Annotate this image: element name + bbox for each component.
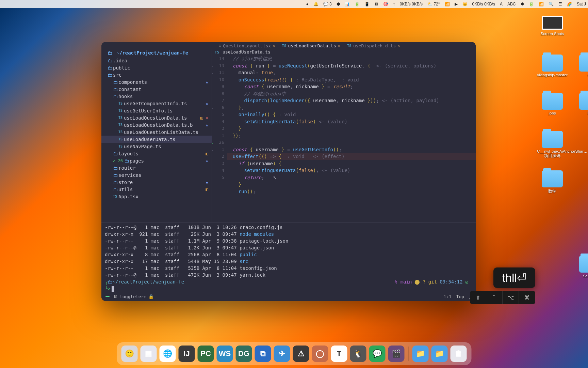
menubar-item[interactable]: ⬢ (337, 2, 340, 6)
menubar-item[interactable]: ↕ (393, 2, 395, 6)
menubar-item[interactable]: 🖥 (374, 2, 378, 6)
code-line[interactable]: setWaitingUserData(false); <- (value) (227, 167, 476, 174)
desktop-icon[interactable]: C__nwl_xiaoAiAnchorShar…项目源码 (537, 131, 568, 158)
desktop-icon[interactable]: jobs (537, 93, 568, 115)
tree-row[interactable]: TSuseNavPage.ts (101, 143, 212, 150)
dock-app[interactable]: DG (236, 346, 252, 362)
tree-row[interactable]: TSuseLoadUserData.ts (101, 136, 212, 143)
dock-app[interactable]: ✈ (274, 346, 290, 362)
editor-tab[interactable]: TSuseDispatch.d.ts✕ (347, 43, 400, 48)
tree-row[interactable]: 🗀layouts◧ (101, 150, 212, 157)
fold-icon[interactable]: ⌄ (212, 104, 213, 111)
menubar-item[interactable]: ABC (507, 2, 516, 6)
dock-app[interactable]: 📁 (412, 346, 429, 362)
terminal-panel[interactable]: -rw-r--r--@ 1 mac staff 101B Jun 3 10:26… (101, 222, 476, 292)
tree-row[interactable]: TSApp.tsx (101, 193, 212, 200)
fold-icon[interactable]: ⌄ (212, 146, 213, 153)
close-icon[interactable]: ✕ (273, 43, 275, 48)
menubar-item[interactable]: ● (306, 2, 308, 6)
dock-app[interactable]: 💬 (369, 346, 386, 362)
menubar-item[interactable]: 🔔 (313, 2, 318, 6)
desktop-icon[interactable]: Sp (574, 93, 588, 115)
menubar-item[interactable]: ▶ (455, 2, 458, 6)
code-line[interactable]: useEffect(() => { : void <- (effect) (227, 153, 476, 160)
menubar-item[interactable]: 🔋 (529, 2, 534, 6)
dock-app[interactable]: ⚠ (293, 346, 309, 362)
fold-icon[interactable]: ⌄ (212, 139, 213, 146)
menubar-item[interactable]: 🎯 (383, 2, 388, 6)
code-line[interactable]: const { username } = useGetUserInfo(); (227, 146, 476, 153)
code-line[interactable]: setWaitingUserData(false) <- (value) (227, 118, 476, 125)
code-line[interactable]: // ajax加载信息 (227, 55, 476, 62)
tree-row[interactable]: TSuseLoadQuestionData.ts.b★ (101, 121, 212, 128)
dock[interactable]: 🙂▦🌐IJPCWSDG⧉✈⚠◯T🐧💬🎬📁📁🗑 (117, 342, 472, 365)
dock-app[interactable]: 🎬 (388, 346, 405, 362)
menubar-item[interactable]: A (500, 2, 503, 6)
code-line[interactable]: if (username) { (227, 160, 476, 167)
tree-row[interactable]: 🗀components★ (101, 78, 212, 86)
dock-app[interactable]: ⧉ (255, 346, 271, 362)
code-line[interactable]: } (227, 125, 476, 132)
dock-app[interactable]: T (331, 346, 347, 362)
terminal-prompt[interactable]: ╭ 🗀 ~/reactProject/wenjuan-feᛋ main⬤?git… (105, 278, 472, 285)
code-line[interactable]: onFinally() { : void (227, 111, 476, 118)
tree-row[interactable]: 🗀services (101, 171, 212, 179)
menubar-item[interactable]: 0KB/s 0KB/s (472, 2, 495, 6)
code-line[interactable]: manual: true, (227, 69, 476, 76)
menubar-item[interactable]: 🌈 (567, 2, 572, 6)
fold-icon[interactable]: ⌄ (212, 62, 213, 70)
menubar-item[interactable]: 🔍 (549, 2, 554, 6)
close-icon[interactable]: ✕ (338, 43, 340, 48)
desktop-icon[interactable]: Screen Shots (537, 16, 568, 36)
dock-app[interactable]: ▦ (141, 346, 157, 362)
menubar-item[interactable]: 📶 (539, 2, 544, 6)
tree-row[interactable]: 🗀src (101, 71, 212, 78)
menubar-item[interactable]: ⛅ 72° (427, 2, 440, 6)
menubar-item[interactable]: 📊 (345, 2, 350, 6)
code-line[interactable]: const { run } = useRequest(getUserInfoSe… (227, 62, 476, 70)
menubar-item[interactable]: 📱 (364, 2, 370, 6)
dock-app[interactable]: WS (217, 346, 233, 362)
tree-row[interactable]: 🗀store★ (101, 179, 212, 186)
dock-app[interactable]: 📁 (431, 346, 448, 362)
dock-app[interactable]: 🌐 (160, 346, 176, 362)
code-line[interactable]: } (227, 181, 476, 188)
tree-row[interactable]: 🗀public (101, 64, 212, 71)
fold-icon[interactable]: ⌄ (212, 69, 213, 76)
menubar-item[interactable]: ✱ (521, 2, 524, 6)
tree-row[interactable]: TSuseLoadQuestionListData.ts (101, 128, 212, 136)
code-line[interactable] (227, 139, 476, 146)
menubar-item[interactable]: 📶 (445, 2, 450, 6)
dock-app[interactable]: 🗑 (451, 346, 467, 362)
dock-app[interactable]: ◯ (312, 346, 328, 362)
menubar-item[interactable]: ☰ (558, 2, 562, 6)
tree-row[interactable]: TSuseGetUserInfo.ts (101, 107, 212, 114)
code-line[interactable]: const { username, nickname } = result; (227, 83, 476, 90)
code-line[interactable]: run(); (227, 188, 476, 195)
tree-row[interactable]: TSuseGetComponentInfo.ts★ (101, 100, 212, 107)
code-line[interactable]: }); (227, 132, 476, 139)
tree-row[interactable]: 🗀hooks (101, 93, 212, 100)
desktop-icon[interactable]: vikingship-master (537, 55, 568, 77)
editor-tab[interactable]: ⊕QuestionLayout.tsx✕ (219, 43, 275, 48)
tree-row[interactable]: 🗀router (101, 164, 212, 171)
desktop-icon[interactable]: e2 (574, 55, 588, 77)
code-line[interactable]: // 存储到redux中 (227, 90, 476, 97)
code-lines[interactable]: // ajax加载信息 const { run } = useRequest(g… (227, 55, 476, 222)
code-line[interactable]: }, (227, 104, 476, 111)
dock-app[interactable]: 🙂 (121, 346, 138, 362)
menubar-item[interactable]: 💬 3 (323, 2, 332, 6)
editor-tab[interactable]: TSuseLoadUserData.ts✕ (282, 43, 340, 48)
tree-row[interactable]: ✓ 26🗀pages★ (101, 157, 212, 164)
desktop-icon[interactable]: Scr 202 (574, 256, 588, 278)
code-line[interactable]: return; ⤡ (227, 174, 476, 181)
tree-row[interactable]: 🗀utils◧ (101, 186, 212, 193)
desktop-icon[interactable]: 数学 (537, 170, 568, 194)
menubar-item[interactable]: Sat J (577, 2, 586, 6)
close-icon[interactable]: ✕ (397, 43, 400, 48)
tree-row[interactable]: 🗀.idea (101, 57, 212, 64)
menubar-item[interactable]: 🔋 (355, 2, 360, 6)
code-line[interactable]: dispatch(loginReducer({ username, nickna… (227, 97, 476, 104)
code-line[interactable]: onSuccess(result) { : ResDataType, : voi… (227, 76, 476, 83)
dock-app[interactable]: IJ (179, 346, 195, 362)
